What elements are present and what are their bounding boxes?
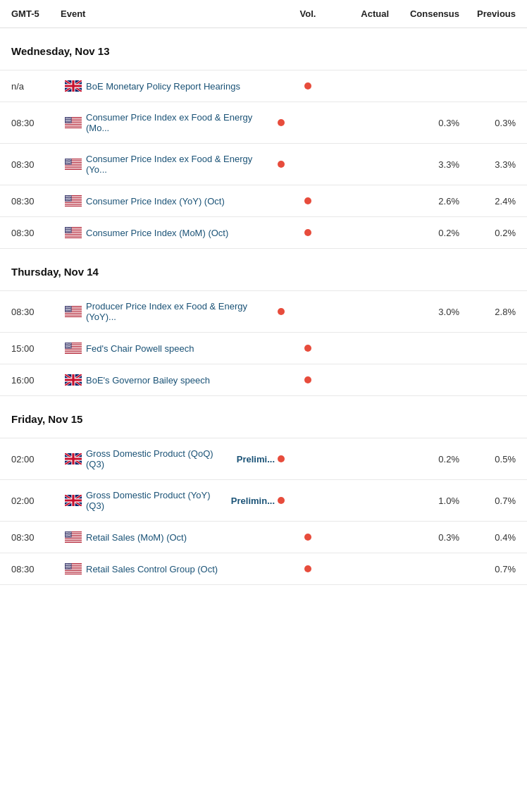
svg-point-122 — [70, 200, 70, 201]
event-name[interactable]: Consumer Price Index (MoM) (Oct) — [86, 228, 290, 238]
svg-point-279 — [67, 535, 68, 536]
svg-point-50 — [66, 159, 66, 160]
svg-point-226 — [70, 344, 70, 345]
table-row[interactable]: 16:00 BoE's Governor Bailey speech — [0, 364, 527, 396]
event-name[interactable]: Fed's Chair Powell speech — [86, 343, 290, 354]
svg-point-134 — [67, 228, 68, 228]
svg-point-23 — [66, 120, 67, 121]
svg-point-81 — [70, 164, 70, 164]
event-previous: 0.2% — [459, 228, 516, 238]
svg-point-328 — [68, 568, 68, 569]
svg-point-318 — [70, 566, 71, 567]
svg-point-185 — [70, 307, 70, 308]
svg-point-152 — [66, 230, 66, 231]
event-name[interactable]: Consumer Price Index (YoY) (Oct) — [86, 196, 290, 207]
svg-point-223 — [68, 344, 68, 345]
svg-point-17 — [67, 118, 68, 119]
volatility-dot — [278, 497, 285, 504]
svg-point-155 — [68, 230, 69, 231]
svg-rect-255 — [65, 539, 82, 540]
event-consensus: 1.0% — [389, 496, 459, 506]
vol-indicator — [290, 345, 326, 352]
event-name[interactable]: Producer Price Index ex Food & Energy (Y… — [86, 301, 290, 322]
svg-point-95 — [69, 196, 70, 197]
event-name[interactable]: Consumer Price Index ex Food & Energy (M… — [86, 112, 290, 133]
event-name[interactable]: BoE Monetary Policy Report Hearings — [86, 81, 290, 92]
table-row[interactable]: 08:30 — [0, 553, 527, 585]
svg-point-26 — [69, 120, 70, 121]
svg-point-259 — [66, 532, 67, 533]
svg-point-62 — [70, 160, 70, 161]
svg-point-282 — [69, 535, 70, 536]
event-name[interactable]: Gross Domestic Product (QoQ) (Q3)Prelimi… — [86, 448, 290, 469]
svg-point-107 — [68, 198, 68, 199]
svg-point-76 — [66, 164, 66, 164]
svg-point-106 — [67, 198, 68, 199]
svg-point-117 — [66, 200, 66, 201]
svg-rect-171 — [65, 316, 82, 316]
svg-point-200 — [66, 311, 67, 312]
uk-flag-icon — [61, 80, 86, 92]
svg-point-176 — [68, 307, 68, 307]
svg-point-173 — [66, 307, 66, 307]
svg-point-284 — [66, 536, 66, 537]
event-consensus: 0.3% — [389, 118, 459, 128]
event-name[interactable]: Gross Domestic Product (YoY) (Q3)Prelimi… — [86, 490, 290, 511]
svg-point-73 — [68, 162, 69, 163]
vol-indicator — [290, 376, 326, 383]
svg-rect-7 — [65, 127, 82, 128]
table-row[interactable]: 02:00 Gross Domestic Product (QoQ) (Q3)P… — [0, 438, 527, 480]
table-row[interactable]: 08:30 — [0, 102, 527, 144]
table-row[interactable]: 08:30 — [0, 290, 527, 333]
svg-point-319 — [66, 567, 66, 567]
svg-point-138 — [70, 228, 71, 228]
svg-point-299 — [66, 564, 66, 565]
svg-point-308 — [68, 565, 68, 565]
svg-point-142 — [68, 228, 69, 229]
svg-point-237 — [68, 346, 69, 347]
table-row[interactable]: 02:00 Gross Domestic Product (YoY) (Q3)P… — [0, 479, 527, 522]
us-flag-icon — [61, 563, 86, 574]
table-row[interactable]: 15:00 — [0, 332, 527, 364]
event-previous: 3.3% — [459, 159, 516, 170]
svg-point-11 — [67, 118, 68, 118]
event-consensus: 0.2% — [389, 228, 459, 238]
svg-rect-89 — [65, 205, 82, 206]
svg-point-51 — [66, 159, 67, 160]
svg-point-202 — [68, 311, 68, 312]
event-name[interactable]: Consumer Price Index ex Food & Energy (Y… — [86, 154, 290, 175]
svg-point-220 — [70, 343, 71, 344]
svg-point-222 — [67, 344, 68, 345]
event-time: 08:30 — [11, 532, 61, 543]
svg-point-260 — [67, 532, 68, 533]
svg-point-204 — [70, 311, 70, 312]
svg-point-108 — [69, 198, 70, 199]
svg-point-82 — [70, 164, 71, 164]
svg-point-153 — [67, 230, 68, 231]
svg-point-38 — [68, 122, 68, 123]
svg-point-66 — [68, 161, 68, 162]
event-name[interactable]: BoE's Governor Bailey speech — [86, 375, 290, 386]
svg-point-276 — [70, 534, 70, 535]
svg-rect-297 — [65, 573, 82, 574]
event-name[interactable]: Retail Sales (MoM) (Oct) — [86, 532, 290, 543]
event-previous: 2.8% — [459, 307, 516, 317]
svg-rect-88 — [65, 203, 82, 204]
svg-point-77 — [66, 164, 67, 164]
svg-rect-169 — [65, 312, 82, 313]
event-previous: 2.4% — [459, 196, 516, 207]
event-name[interactable]: Retail Sales Control Group (Oct) — [86, 564, 290, 574]
svg-point-225 — [69, 344, 70, 345]
svg-point-285 — [66, 536, 67, 537]
table-row[interactable]: 08:30 — [0, 185, 527, 217]
svg-point-323 — [69, 567, 70, 567]
table-row[interactable]: 08:30 — [0, 143, 527, 185]
table-row[interactable]: 08:30 — [0, 216, 527, 249]
table-row[interactable]: 08:30 — [0, 521, 527, 553]
table-row[interactable]: n/a BoE Monetary Policy Report Hearings — [0, 70, 527, 102]
svg-point-301 — [67, 564, 68, 565]
svg-point-242 — [67, 347, 68, 348]
svg-point-327 — [67, 568, 68, 569]
svg-point-234 — [66, 346, 66, 347]
svg-point-80 — [69, 164, 70, 164]
